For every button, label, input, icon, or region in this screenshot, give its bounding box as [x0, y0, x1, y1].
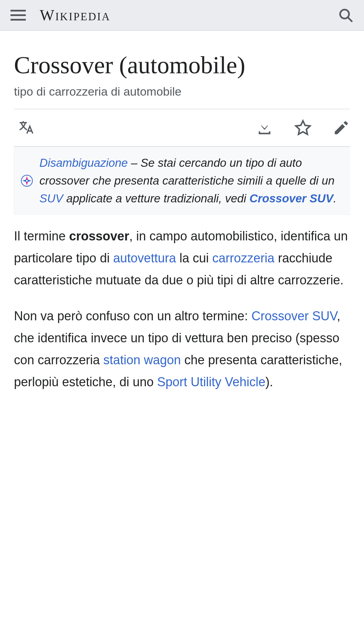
svg-line-1 — [348, 17, 352, 22]
link-carrozzeria[interactable]: carrozzeria — [212, 251, 274, 265]
paragraph-1: Il termine crossover, in campo automobil… — [14, 225, 350, 291]
link-suv[interactable]: SUV — [39, 192, 63, 205]
download-icon[interactable] — [256, 119, 273, 136]
link-sport-utility-vehicle[interactable]: Sport Utility Vehicle — [157, 375, 265, 389]
link-station-wagon[interactable]: station wagon — [103, 353, 181, 367]
page-title: Crossover (automobile) — [14, 52, 350, 79]
search-icon[interactable] — [338, 8, 354, 23]
page-subtitle: tipo di carrozzeria di automobile — [14, 85, 350, 98]
language-icon[interactable] — [17, 119, 35, 136]
star-icon[interactable] — [294, 119, 312, 136]
link-crossover-suv-2[interactable]: Crossover SUV — [251, 309, 337, 323]
article-content: Crossover (automobile) tipo di carrozzer… — [0, 31, 364, 421]
paragraph-2: Non va però confuso con un altro termine… — [14, 305, 350, 393]
svg-point-0 — [340, 9, 349, 18]
header-bar: Wikipedia — [0, 0, 364, 31]
disambiguation-note: Disambiguazione – Se stai cercando un ti… — [14, 147, 350, 215]
link-autovettura[interactable]: autovettura — [113, 251, 176, 265]
edit-icon[interactable] — [333, 119, 350, 136]
link-crossover-suv[interactable]: Crossover SUV — [250, 192, 333, 205]
svg-point-3 — [26, 180, 28, 181]
link-disambiguazione[interactable]: Disambiguazione — [39, 156, 128, 169]
term-crossover: crossover — [69, 229, 129, 243]
article-toolbar — [14, 109, 350, 147]
disambiguation-text: Disambiguazione – Se stai cercando un ti… — [39, 154, 344, 207]
menu-icon[interactable] — [10, 8, 26, 23]
wikipedia-wordmark[interactable]: Wikipedia — [40, 6, 111, 24]
compass-icon — [21, 174, 33, 187]
